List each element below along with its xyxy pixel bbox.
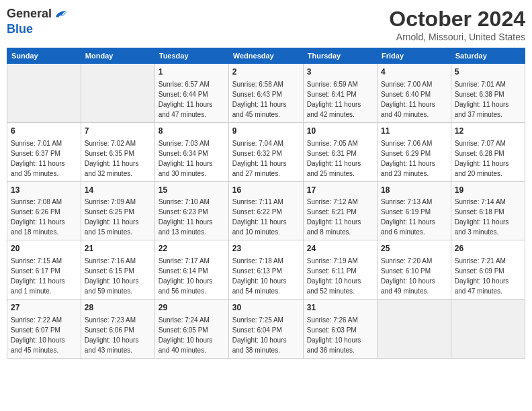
day-number: 19 xyxy=(455,185,521,196)
calendar-cell: 28Sunrise: 7:23 AMSunset: 6:06 PMDayligh… xyxy=(81,300,154,359)
day-header-sunday: Sunday xyxy=(7,48,81,64)
day-number: 24 xyxy=(307,243,373,255)
day-number: 14 xyxy=(85,185,151,196)
calendar-cell xyxy=(378,300,451,359)
day-info: Sunrise: 7:00 AMSunset: 6:40 PMDaylight:… xyxy=(381,81,435,118)
calendar-cell xyxy=(451,300,525,359)
main-title: October 2024 xyxy=(389,7,525,32)
logo-blue: Blue xyxy=(7,22,33,36)
calendar-cell: 17Sunrise: 7:12 AMSunset: 6:21 PMDayligh… xyxy=(303,181,377,240)
day-info: Sunrise: 6:59 AMSunset: 6:41 PMDaylight:… xyxy=(307,81,361,118)
calendar-cell: 9Sunrise: 7:04 AMSunset: 6:32 PMDaylight… xyxy=(228,122,303,181)
calendar-cell: 23Sunrise: 7:18 AMSunset: 6:13 PMDayligh… xyxy=(228,240,303,300)
calendar-cell: 30Sunrise: 7:25 AMSunset: 6:04 PMDayligh… xyxy=(228,300,303,359)
day-header-wednesday: Wednesday xyxy=(228,48,303,64)
day-number: 16 xyxy=(232,185,300,196)
title-block: October 2024 Arnold, Missouri, United St… xyxy=(389,7,525,42)
day-header-monday: Monday xyxy=(81,48,154,64)
day-number: 1 xyxy=(159,66,225,78)
calendar-cell: 21Sunrise: 7:16 AMSunset: 6:15 PMDayligh… xyxy=(81,240,154,300)
day-info: Sunrise: 7:10 AMSunset: 6:23 PMDaylight:… xyxy=(159,198,213,236)
day-info: Sunrise: 7:04 AMSunset: 6:32 PMDaylight:… xyxy=(232,140,287,177)
day-number: 13 xyxy=(11,185,77,196)
calendar-cell xyxy=(7,64,81,123)
day-info: Sunrise: 7:13 AMSunset: 6:19 PMDaylight:… xyxy=(381,198,435,236)
week-row-5: 27Sunrise: 7:22 AMSunset: 6:07 PMDayligh… xyxy=(7,300,525,359)
calendar-cell: 4Sunrise: 7:00 AMSunset: 6:40 PMDaylight… xyxy=(378,64,451,123)
day-number: 29 xyxy=(159,302,225,314)
calendar-cell: 12Sunrise: 7:07 AMSunset: 6:28 PMDayligh… xyxy=(451,122,525,181)
calendar-cell: 5Sunrise: 7:01 AMSunset: 6:38 PMDaylight… xyxy=(451,64,525,123)
day-number: 25 xyxy=(381,243,447,255)
calendar-cell: 25Sunrise: 7:20 AMSunset: 6:10 PMDayligh… xyxy=(378,240,451,300)
day-info: Sunrise: 6:58 AMSunset: 6:43 PMDaylight:… xyxy=(232,81,287,118)
calendar-cell: 2Sunrise: 6:58 AMSunset: 6:43 PMDaylight… xyxy=(228,64,303,123)
calendar-cell: 16Sunrise: 7:11 AMSunset: 6:22 PMDayligh… xyxy=(228,181,303,240)
day-number: 15 xyxy=(159,185,225,196)
calendar-cell: 14Sunrise: 7:09 AMSunset: 6:25 PMDayligh… xyxy=(81,181,154,240)
day-info: Sunrise: 7:07 AMSunset: 6:28 PMDaylight:… xyxy=(455,140,509,177)
calendar-cell: 29Sunrise: 7:24 AMSunset: 6:05 PMDayligh… xyxy=(154,300,228,359)
week-row-4: 20Sunrise: 7:15 AMSunset: 6:17 PMDayligh… xyxy=(7,240,525,300)
day-number: 21 xyxy=(85,243,151,255)
days-header-row: SundayMondayTuesdayWednesdayThursdayFrid… xyxy=(7,48,525,64)
day-info: Sunrise: 7:01 AMSunset: 6:37 PMDaylight:… xyxy=(11,140,65,177)
logo-general: General xyxy=(7,7,52,20)
day-info: Sunrise: 7:17 AMSunset: 6:14 PMDaylight:… xyxy=(159,257,213,295)
day-number: 30 xyxy=(232,302,300,314)
day-info: Sunrise: 7:18 AMSunset: 6:13 PMDaylight:… xyxy=(232,257,287,295)
calendar-cell: 18Sunrise: 7:13 AMSunset: 6:19 PMDayligh… xyxy=(378,181,451,240)
calendar-cell: 31Sunrise: 7:26 AMSunset: 6:03 PMDayligh… xyxy=(303,300,377,359)
day-number: 31 xyxy=(307,302,373,314)
calendar-cell: 3Sunrise: 6:59 AMSunset: 6:41 PMDaylight… xyxy=(303,64,377,123)
calendar-table: SundayMondayTuesdayWednesdayThursdayFrid… xyxy=(7,48,525,359)
day-info: Sunrise: 7:14 AMSunset: 6:18 PMDaylight:… xyxy=(455,198,509,236)
day-number: 6 xyxy=(11,126,77,137)
day-info: Sunrise: 7:20 AMSunset: 6:10 PMDaylight:… xyxy=(381,257,435,295)
day-info: Sunrise: 6:57 AMSunset: 6:44 PMDaylight:… xyxy=(159,81,213,118)
logo-text: General Blue xyxy=(7,7,69,36)
day-number: 4 xyxy=(381,66,447,78)
day-number: 22 xyxy=(159,243,225,255)
day-number: 28 xyxy=(85,302,151,314)
day-info: Sunrise: 7:08 AMSunset: 6:26 PMDaylight:… xyxy=(11,198,65,236)
day-header-friday: Friday xyxy=(378,48,451,64)
day-number: 20 xyxy=(11,243,77,255)
calendar-cell: 13Sunrise: 7:08 AMSunset: 6:26 PMDayligh… xyxy=(7,181,81,240)
calendar-cell: 24Sunrise: 7:19 AMSunset: 6:11 PMDayligh… xyxy=(303,240,377,300)
logo: General Blue xyxy=(7,7,69,36)
day-info: Sunrise: 7:23 AMSunset: 6:06 PMDaylight:… xyxy=(85,316,139,354)
day-number: 10 xyxy=(307,126,373,137)
day-number: 8 xyxy=(159,126,225,137)
day-info: Sunrise: 7:25 AMSunset: 6:04 PMDaylight:… xyxy=(232,316,287,354)
page-header: General Blue October 2024 Arnold, Missou… xyxy=(7,7,525,42)
calendar-cell: 11Sunrise: 7:06 AMSunset: 6:29 PMDayligh… xyxy=(378,122,451,181)
day-info: Sunrise: 7:05 AMSunset: 6:31 PMDaylight:… xyxy=(307,140,361,177)
day-number: 9 xyxy=(232,126,300,137)
calendar-cell: 10Sunrise: 7:05 AMSunset: 6:31 PMDayligh… xyxy=(303,122,377,181)
calendar-cell: 1Sunrise: 6:57 AMSunset: 6:44 PMDaylight… xyxy=(154,64,228,123)
subtitle: Arnold, Missouri, United States xyxy=(389,32,525,42)
day-info: Sunrise: 7:12 AMSunset: 6:21 PMDaylight:… xyxy=(307,198,361,236)
calendar-cell: 20Sunrise: 7:15 AMSunset: 6:17 PMDayligh… xyxy=(7,240,81,300)
week-row-3: 13Sunrise: 7:08 AMSunset: 6:26 PMDayligh… xyxy=(7,181,525,240)
calendar-cell: 7Sunrise: 7:02 AMSunset: 6:35 PMDaylight… xyxy=(81,122,154,181)
day-info: Sunrise: 7:21 AMSunset: 6:09 PMDaylight:… xyxy=(455,257,509,295)
day-number: 3 xyxy=(307,66,373,78)
day-number: 23 xyxy=(232,243,300,255)
day-info: Sunrise: 7:11 AMSunset: 6:22 PMDaylight:… xyxy=(232,198,287,236)
calendar-cell: 8Sunrise: 7:03 AMSunset: 6:34 PMDaylight… xyxy=(154,122,228,181)
day-info: Sunrise: 7:09 AMSunset: 6:25 PMDaylight:… xyxy=(85,198,139,236)
day-info: Sunrise: 7:06 AMSunset: 6:29 PMDaylight:… xyxy=(381,140,435,177)
week-row-2: 6Sunrise: 7:01 AMSunset: 6:37 PMDaylight… xyxy=(7,122,525,181)
day-number: 12 xyxy=(455,126,521,137)
day-info: Sunrise: 7:16 AMSunset: 6:15 PMDaylight:… xyxy=(85,257,139,295)
calendar-cell: 6Sunrise: 7:01 AMSunset: 6:37 PMDaylight… xyxy=(7,122,81,181)
calendar-cell: 15Sunrise: 7:10 AMSunset: 6:23 PMDayligh… xyxy=(154,181,228,240)
day-number: 18 xyxy=(381,185,447,196)
day-number: 5 xyxy=(455,66,521,78)
day-info: Sunrise: 7:15 AMSunset: 6:17 PMDaylight:… xyxy=(11,257,65,295)
day-number: 2 xyxy=(232,66,300,78)
calendar-cell: 27Sunrise: 7:22 AMSunset: 6:07 PMDayligh… xyxy=(7,300,81,359)
day-number: 7 xyxy=(85,126,151,137)
